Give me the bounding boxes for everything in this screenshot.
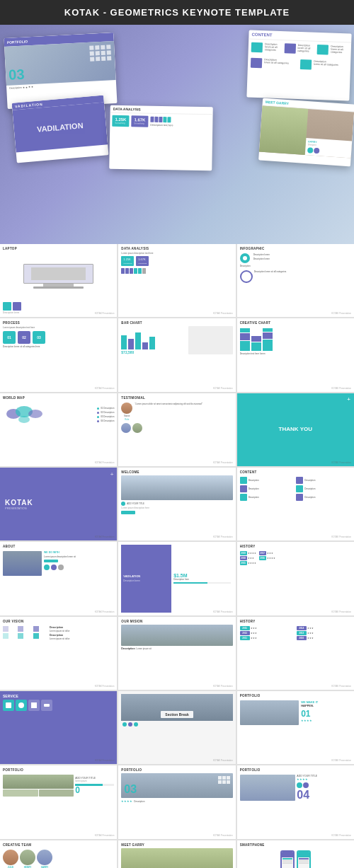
stat-2: 1.67KSomething [136,256,149,266]
watermark-13: KOTAK Presentation [95,611,115,613]
step-3: 03 [33,331,45,344]
content-icon-4 [251,58,262,69]
watermark-3: KOTAK Presentation [331,312,351,315]
svg-point-3 [18,416,30,423]
kotak-plus: + [110,471,114,478]
welcome-image [121,475,232,500]
hero-slide-vadilation: VADILATION VADILATION [12,95,109,163]
watermark-9: KOTAK Presentation [331,461,351,464]
watermark-7: KOTAK Presentation [95,461,115,464]
watermark-16: KOTAK Presentation [95,685,115,688]
phone-2 [297,850,311,868]
watermark-23: KOTAK Presentation [213,834,233,837]
watermark-22: KOTAK Presentation [95,834,115,837]
watermark-15: KOTAK Presentation [331,611,351,613]
slide-about: ABOUT WE DO WITH Lorem ipsum description… [0,542,117,615]
process-steps: 01 02 03 [3,331,114,344]
vadilation-text: VADILATION [37,121,84,134]
watermark-19: KOTAK Presentation [95,759,115,762]
slide-meet-garry: MEET GARRY ADD YOUR TITLE Lorem ipsum de… [118,840,235,868]
watermark-17: KOTAK Presentation [213,685,233,688]
slide-portfolio-1: PORTFOLIO ADD YOUR TITLE lorem ipsum 0 K… [0,765,117,838]
portfolio-right-image [240,700,299,725]
slide-process: PROCESS Lorem ipsum description text her… [0,318,117,391]
watermark-20: KOTAK Presentation [213,759,233,762]
watermark-11: KOTAK Presentation [213,536,233,538]
bar-chart-bars [121,330,185,349]
slide-section-break: Section Break KOTAK Presentation [118,691,235,764]
content-icon-5 [300,59,312,70]
slide-creative-chart: CREATIVE CHART Description text here lor… [237,318,354,391]
slide-portfolio-right: PORTFOLIO WE MAKE IT HAPPEN. 01 ★★★★ KOT… [237,691,354,764]
content-icon-3 [317,45,329,55]
slide-world-map: WORLD MAP 01 Description 02 Description … [0,393,117,466]
slide-data-analysis: DATA ANALYSIS Lorem ipsum description te… [118,244,235,317]
garry-image [121,848,232,868]
hero-section: PORTFOLIO 03 Description ★★★★ CONTENT De… [0,25,354,244]
slide-our-mision: OUR MISION Description Lorem ipsum sit K… [118,617,235,690]
watermark-24: KOTAK Presentation [331,834,351,837]
hero-slide-content: CONTENT Descriptionlorem sit all categor… [246,30,351,100]
slide-portfolio-2: PORTFOLIO 03 ★★★★ Description KOTAK Pres… [118,765,235,838]
hero-inner: PORTFOLIO 03 Description ★★★★ CONTENT De… [0,25,354,244]
people-row [121,268,232,274]
slide-portfolio-3: PORTFOLIO ADD YOUR TITLE ★★★★ 04 KOTAK P… [237,765,354,838]
slide-service: SERVICE KOTAK Presentation [0,691,117,764]
people-icons [150,117,210,123]
kotak-title: KOTAK [5,499,112,507]
slide-laptop: LAPTOP Description lorem KOTAK Presentat… [0,244,117,317]
watermark-6: KOTAK Presentation [331,387,351,390]
portfolio-2-image: 03 [121,773,232,798]
slide-vadilation: VADILATION Description lorem $1.5M Descr… [118,542,235,615]
portfolio-grid-icons [89,45,111,62]
watermark-2: KOTAK Presentation [213,312,233,315]
world-map-svg [3,401,45,426]
slide-testimonial: TESTIMONIAL Name Role "Lorem ipsum dolor… [118,393,235,466]
slide-smartphone: SMARTPHONE ADD YOUR TITLE KOTAK Pr [237,840,354,868]
stat-1: 1.25KSomething [121,256,134,266]
watermark-10: KOTAK Presentation [95,536,115,538]
watermark-18: KOTAK Presentation [331,685,351,688]
content-icons-row2: Descriptionlorem sit all categories Desc… [248,54,351,74]
meet-photo: GARRY Designer [259,106,354,158]
mision-image [121,625,232,646]
step-1: 01 [3,331,16,344]
step-2: 02 [18,331,30,344]
watermark-8: KOTAK Presentation [213,461,233,464]
page-header: KOTAK - GEOMETRICS KEYNOTE TEMPLATE [0,0,354,25]
bar-chart-value: $72,580 [121,350,185,354]
kotak-subtitle: PRESENTATION [5,507,112,510]
watermark-14: KOTAK Presentation [213,611,233,613]
portfolio-number: 03 [8,66,25,83]
section-break-image: Section Break [121,694,232,721]
portfolio-image: 03 [4,41,116,86]
hero-slide-data: DATA ANALYSIS 1.25K Something 1.67K Some… [109,105,213,171]
slide-infographic: INFOGRAPHIC Description Description lore… [237,244,354,317]
phone-1 [280,850,295,868]
svg-point-2 [28,410,42,418]
slides-grid: LAPTOP Description lorem KOTAK Presentat… [0,244,354,868]
watermark-1: KOTAK Presentation [95,312,115,315]
slide-history: HISTORY 2019 ★★★★ 2018 ★★★ 2015 ★★★★ 201… [237,542,354,615]
laptop-content [3,252,114,301]
slide-bar-chart: BAR CHART $72,580 KOTAK Presentation [118,318,235,391]
page-title: KOTAK - GEOMETRICS KEYNOTE TEMPLATE [64,7,290,18]
thank-you-plus: + [347,396,350,403]
service-title: SERVICE [3,694,114,698]
slide-our-vision: OUR VISION Description Lorem ipsum sit d… [0,617,117,690]
hero-slide-meet: MEET GARRY GARRY Designer [258,98,354,167]
slide-content: CONTENT Description Description Descript… [237,468,354,540]
watermark-5: KOTAK Presentation [213,387,233,390]
content-icon-2 [284,43,295,54]
thank-you-text: THANK YOU [279,426,312,433]
slide-creative-team: CREATIVE TEAM JULIE DESIGNER ★★★ HENRY F… [0,840,117,868]
watermark-21: KOTAK Presentation [331,759,351,762]
slide-welcome: WELCOME ADD YOUR TITLE Lorem ipsum descr… [118,468,235,540]
content-icon-1 [251,42,263,53]
watermark-4: KOTAK Presentation [95,387,115,390]
watermark-12: KOTAK Presentation [331,536,351,538]
slide-kotak: KOTAK PRESENTATION + KOTAK Presentation [0,468,117,540]
slide-thank-you: + THANK YOU KOTAK Presentation [237,393,354,466]
slide-history-right: HISTORY 2015★★★ 2013★★★ 2011★★★ 2014★★★ … [237,617,354,690]
